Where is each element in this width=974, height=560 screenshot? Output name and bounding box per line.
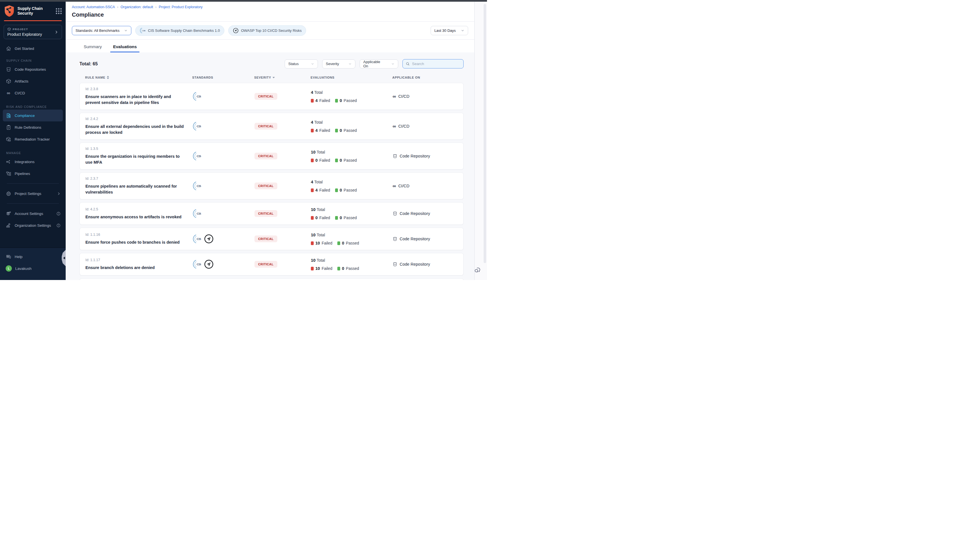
applicable-on-filter-dropdown[interactable]: Applicable On: [360, 60, 398, 68]
sidebar-footer: ? Help L Lavakush: [0, 247, 66, 280]
info-icon[interactable]: [57, 212, 61, 216]
user-name: Lavakush: [15, 267, 32, 271]
sidebar-item-get-started[interactable]: Get Started: [3, 43, 63, 54]
passed-indicator: [335, 129, 338, 132]
search-box: [402, 59, 464, 68]
accent-divider: [4, 20, 62, 21]
sidebar-item-integrations[interactable]: Integrations: [3, 156, 63, 168]
tab-evaluations[interactable]: Evaluations: [113, 44, 137, 52]
sidebar-item-organization-settings[interactable]: Organization Settings: [3, 220, 63, 231]
svg-text:CIS: CIS: [197, 125, 201, 128]
severity-filter-dropdown[interactable]: Severity: [322, 60, 355, 68]
sidebar-item-remediation-tracker[interactable]: Remediation Tracker: [3, 133, 63, 145]
column-severity[interactable]: SEVERITY: [254, 76, 310, 79]
sidebar-item-account-settings[interactable]: Account Settings: [3, 208, 63, 220]
user-menu[interactable]: L Lavakush: [3, 263, 63, 274]
breadcrumb-account[interactable]: Account: Automation-SSCA: [72, 5, 115, 9]
code-repository-icon: [393, 154, 397, 158]
search-icon: [405, 62, 410, 66]
sidebar-item-project-settings[interactable]: Project Settings: [3, 188, 63, 200]
breadcrumb-project[interactable]: Project: Product Exploratory: [158, 5, 203, 9]
app-switcher-grid-icon[interactable]: [56, 8, 62, 14]
evaluations-cell: 10Total 10Failed 0Passed: [311, 258, 393, 271]
status-filter-dropdown[interactable]: Status: [285, 60, 318, 68]
section-label-risk-compliance: RISK AND COMPLIANCE: [6, 105, 63, 108]
cicd-infinity-icon: ∞: [393, 124, 396, 129]
cis-standard-icon: CIS: [192, 92, 202, 101]
rule-name: Ensure branch deletions are denied: [85, 265, 192, 271]
table-row[interactable]: Id: 2.3.8 Ensure scanners are in place t…: [80, 83, 464, 110]
integrations-icon: [6, 159, 11, 165]
search-input[interactable]: [412, 62, 460, 66]
cube-wrench-icon: [6, 136, 11, 142]
applicable-on-filter-label: Applicable On: [363, 60, 385, 68]
project-selector[interactable]: PROJECT Product Exploratory: [4, 25, 62, 39]
section-label-manage: MANAGE: [6, 151, 63, 155]
column-applicable-on: APPLICABLE ON: [392, 76, 458, 79]
rule-id: Id: 2.4.2: [85, 117, 192, 121]
sidebar-item-label: Remediation Tracker: [15, 137, 50, 142]
applicable-on-cell: Code Repository: [393, 237, 458, 242]
chevron-right-icon: [57, 192, 61, 195]
code-repository-icon: [6, 67, 11, 72]
table-row[interactable]: Id: 1.1.17 Ensure branch deletions are d…: [80, 253, 464, 275]
rule-id: Id: 2.3.7: [85, 177, 192, 180]
svg-text:CIS: CIS: [197, 155, 201, 158]
passed-indicator: [337, 242, 340, 245]
sidebar-item-code-repositories[interactable]: Code Repositories: [3, 63, 63, 75]
info-icon[interactable]: [57, 223, 61, 228]
chat-support-icon[interactable]: [474, 267, 481, 274]
sidebar-item-label: Help: [15, 255, 23, 259]
rule-id: Id: 4.2.5: [85, 207, 192, 211]
sort-both-icon[interactable]: [107, 76, 109, 79]
table-row-partial[interactable]: [80, 278, 464, 280]
clipboard-check-icon: [6, 125, 11, 130]
table-row[interactable]: Id: 1.1.16 Ensure force pushes code to b…: [80, 228, 464, 250]
table-row[interactable]: Id: 1.3.5 Ensure the organization is req…: [80, 143, 464, 170]
sidebar-item-cicd[interactable]: ∞ CI/CD: [3, 87, 63, 99]
sidebar-item-rule-definitions[interactable]: Rule Definitions: [3, 122, 63, 133]
breadcrumb-organization[interactable]: Organization: default: [121, 5, 153, 9]
rule-id: Id: 1.3.5: [85, 147, 192, 151]
applicable-on-cell: Code Repository: [393, 211, 458, 216]
owasp-standard-icon: [204, 234, 214, 244]
date-range-dropdown[interactable]: Last 30 Days: [430, 26, 468, 35]
cis-standard-icon: CIS: [192, 122, 202, 131]
standards-dropdown[interactable]: Standards: All Benchmarks: [72, 26, 131, 35]
project-name: Product Exploratory: [7, 32, 54, 37]
chip-cis-benchmark[interactable]: CIS CIS Software Supply Chain Benchmarks…: [135, 25, 224, 36]
breadcrumb: Account: Automation-SSCA › Organization:…: [66, 2, 474, 9]
rule-id: Id: 2.3.8: [85, 87, 192, 91]
table-row[interactable]: Id: 4.2.5 Ensure anonymous access to art…: [80, 202, 464, 225]
svg-text:?: ?: [7, 255, 8, 257]
standards-cell: CIS: [192, 122, 255, 131]
column-rule-name[interactable]: RULE NAME: [85, 76, 192, 79]
sort-desc-icon: [272, 77, 275, 78]
tab-summary[interactable]: Summary: [84, 44, 102, 52]
sidebar-nav: Get Started SUPPLY CHAIN Code Repositori…: [0, 40, 66, 231]
sidebar-item-artifacts[interactable]: Artifacts: [3, 75, 63, 87]
date-range-value: Last 30 Days: [434, 28, 456, 33]
sidebar-item-help[interactable]: ? Help: [3, 251, 63, 263]
sidebar-item-label: Artifacts: [15, 79, 28, 83]
table-row[interactable]: Id: 2.3.7 Ensure pipelines are automatic…: [80, 172, 464, 200]
owasp-standard-icon: [204, 259, 214, 269]
sidebar-item-label: CI/CD: [15, 91, 25, 95]
applicable-on-cell: Code Repository: [393, 262, 458, 267]
page-title: Compliance: [66, 9, 474, 22]
cis-standard-icon: CIS: [192, 151, 202, 161]
cis-standard-icon: CIS: [192, 260, 202, 269]
cis-standard-icon: CIS: [192, 209, 202, 218]
applicable-on-cell: Code Repository: [393, 154, 458, 158]
standards-cell: CIS: [192, 92, 255, 101]
table-row[interactable]: Id: 2.4.2 Ensure all external dependenci…: [80, 113, 464, 140]
sidebar-item-pipelines[interactable]: Pipelines: [3, 168, 63, 180]
column-standards: STANDARDS: [192, 76, 254, 79]
standards-cell: CIS: [192, 181, 255, 191]
chip-owasp-top10[interactable]: OWASP Top 10 CI/CD Security Risks: [228, 25, 306, 36]
page-scrollbar[interactable]: [484, 4, 486, 263]
severity-badge: CRITICAL: [255, 183, 277, 189]
sidebar-item-compliance[interactable]: Compliance: [3, 110, 63, 122]
passed-indicator: [335, 216, 338, 220]
code-repository-icon: [393, 237, 397, 242]
